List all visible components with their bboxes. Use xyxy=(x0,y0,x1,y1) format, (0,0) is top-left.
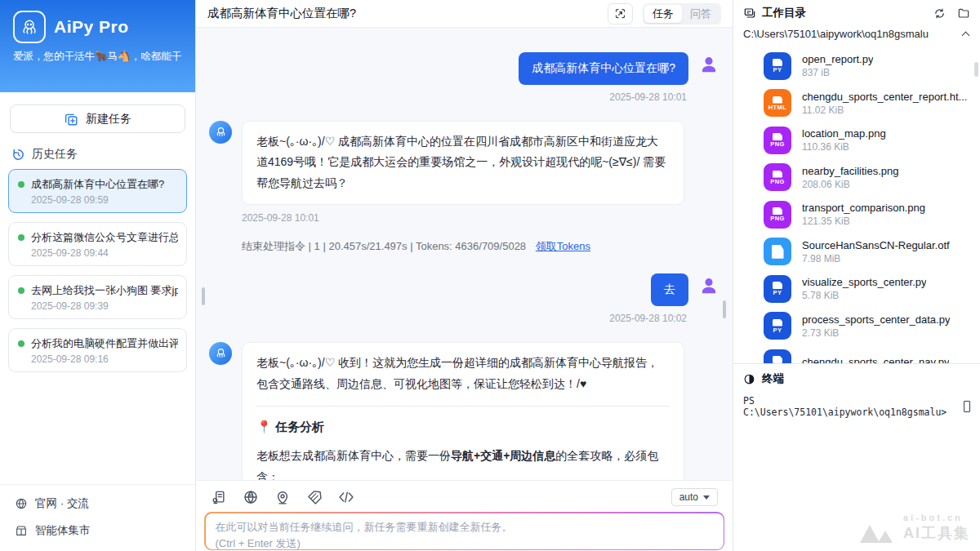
user-message-bubble: 去 xyxy=(651,273,688,306)
svg-text:ai: ai xyxy=(248,492,252,497)
file-row[interactable]: PY chengdu_sports_center_nav.py xyxy=(764,344,972,363)
python-file-icon: PY xyxy=(764,52,791,80)
workdir-path: C:\Users\75101\aipywork\oq1n8gsmalu xyxy=(743,28,963,40)
bot-avatar-octopus-icon xyxy=(209,121,232,144)
file-name: chengdu_sports_center_report.ht... xyxy=(802,91,967,103)
globe-icon xyxy=(15,497,28,510)
file-row[interactable]: SourceHanSansCN-Regular.otf7.98 MiB xyxy=(764,233,972,271)
right-resize-handle[interactable] xyxy=(723,300,726,318)
chevron-up-icon xyxy=(962,31,970,39)
code-icon[interactable] xyxy=(338,489,354,505)
agent-market-link[interactable]: 智能体集市 xyxy=(15,523,180,538)
file-row[interactable]: PNG nearby_facilities.png208.06 KiB xyxy=(764,159,972,197)
history-item[interactable]: 去网上给我找一张小狗图 要求jp... 2025-09-28 09:39 xyxy=(8,275,187,319)
history-clock-icon xyxy=(11,148,25,162)
file-name: open_report.py xyxy=(802,53,873,65)
location-pin-icon[interactable] xyxy=(274,489,291,505)
file-row[interactable]: PNG location_map.png110.36 KiB xyxy=(764,122,972,159)
user-message-bubble: 成都高新体育中心位置在哪? xyxy=(519,52,688,85)
history-item[interactable]: 成都高新体育中心位置在哪? 2025-09-28 09:59 xyxy=(8,169,187,213)
bot-message-card: 老板~(｡·ω·｡)/♡ 成都高新体育中心的位置在四川省成都市高新区中和街道应龙… xyxy=(242,121,684,206)
file-row[interactable]: PY open_report.py837 iB xyxy=(764,47,972,85)
workdir-path-dropdown[interactable]: C:\Users\75101\aipywork\oq1n8gsmalu xyxy=(733,24,980,46)
font-file-icon xyxy=(764,238,791,265)
workdir-icon xyxy=(743,7,756,20)
history-item-title: 去网上给我找一张小狗图 要求jp... xyxy=(31,283,178,298)
file-size: 208.06 KiB xyxy=(802,179,899,190)
terminal-output[interactable]: PS C:\Users\75101\aipywork\oq1n8gsmalu> xyxy=(743,395,970,418)
analysis-bold: 导航+交通+周边信息 xyxy=(451,449,555,462)
share-screen-button[interactable] xyxy=(608,3,633,24)
watermark: ai-bot.cn AI工具集 xyxy=(860,513,970,543)
file-name: SourceHanSansCN-Regular.otf xyxy=(802,239,950,251)
refresh-icon[interactable] xyxy=(933,7,946,20)
bot-intro-text: 老板~(｡·ω·｡)/♡ 收到！这就为您生成一份超详细的成都高新体育中心导航报告… xyxy=(256,353,670,395)
status-dot xyxy=(18,234,24,241)
new-task-label: 新建任务 xyxy=(86,112,131,127)
user-message-row: 去 xyxy=(209,273,719,306)
file-name: process_sports_center_data.py xyxy=(802,313,950,326)
file-size: 121.35 KiB xyxy=(802,216,925,227)
file-list: PY open_report.py837 iB HTML chengdu_spo… xyxy=(733,46,980,363)
bot-avatar-octopus-icon xyxy=(209,342,232,365)
mode-value: auto xyxy=(679,491,698,503)
chat-panel: 成都高新体育中心位置在哪? 任务 问答 成都高新体育中心位置在哪? 2025-0… xyxy=(196,0,733,551)
workspace-panel: 工作目录 C:\Users\75101\aipywork\oq1n8gsmalu xyxy=(733,0,980,551)
model-mode-dropdown[interactable]: auto xyxy=(671,488,718,506)
history-list: 成都高新体育中心位置在哪? 2025-09-28 09:59 分析这篇微信公众号… xyxy=(0,169,195,484)
chat-title: 成都高新体育中心位置在哪? xyxy=(207,6,608,21)
history-item-title: 成都高新体育中心位置在哪? xyxy=(31,177,178,192)
user-avatar xyxy=(698,54,719,75)
history-item-title: 分析我的电脑硬件配置并做出评... xyxy=(31,336,178,351)
claim-tokens-link[interactable]: 领取Tokens xyxy=(536,240,590,252)
message-input-border xyxy=(204,512,724,550)
chat-message-area[interactable]: 成都高新体育中心位置在哪? 2025-09-28 10:01 老板~(｡·ω·｡… xyxy=(196,28,733,480)
history-item-time: 2025-09-28 09:59 xyxy=(31,194,178,206)
official-site-label: 官网 · 交流 xyxy=(35,496,89,511)
html-file-icon: HTML xyxy=(764,89,791,117)
png-file-icon: PNG xyxy=(764,127,791,154)
ai-bot-logo xyxy=(860,518,896,543)
python-file-icon: PY xyxy=(764,349,791,363)
official-site-link[interactable]: 官网 · 交流 xyxy=(15,496,180,511)
analysis-prefix: 老板想去成都高新体育中心，需要一份 xyxy=(256,449,451,462)
message-input[interactable] xyxy=(216,519,714,550)
task-analysis-paragraph: 老板想去成都高新体育中心，需要一份导航+交通+周边信息的全套攻略，必须包含： xyxy=(256,446,670,480)
file-name: location_map.png xyxy=(802,127,886,140)
history-item[interactable]: 分析我的电脑硬件配置并做出评... 2025-09-28 09:16 xyxy=(8,328,187,372)
file-row[interactable]: PNG transport_comparison.png121.35 KiB xyxy=(764,196,972,233)
translate-globe-icon[interactable]: ai xyxy=(243,489,259,505)
tab-qa[interactable]: 问答 xyxy=(682,5,719,23)
message-timestamp: 2025-09-28 10:01 xyxy=(242,212,719,224)
report-robot-icon[interactable] xyxy=(211,489,227,505)
agent-market-label: 智能体集市 xyxy=(35,523,91,538)
app-tagline: 爱派，您的干活牛🐂马🐴，啥都能干 xyxy=(13,49,182,64)
sidebar-header: AiPy Pro 爱派，您的干活牛🐂马🐴，啥都能干 xyxy=(0,0,195,92)
tags-icon[interactable] xyxy=(306,489,323,505)
file-row[interactable]: PY visualize_sports_center.py5.78 KiB xyxy=(764,270,972,308)
open-folder-icon[interactable] xyxy=(957,7,970,20)
file-name: transport_comparison.png xyxy=(802,202,925,214)
scrollbar-thumb[interactable] xyxy=(974,62,978,77)
status-text: 结束处理指令 | 1 | 20.457s/21.497s | Tokens: 4… xyxy=(242,240,526,252)
png-file-icon: PNG xyxy=(764,163,791,191)
terminal-prompt: PS C:\Users\75101\aipywork\oq1n8gsmalu> xyxy=(743,395,960,418)
file-row[interactable]: HTML chengdu_sports_center_report.ht...1… xyxy=(764,85,972,122)
input-toolbar: ai xyxy=(204,486,724,512)
file-size: 2.73 KiB xyxy=(802,327,950,339)
file-size: 11.02 KiB xyxy=(802,104,967,116)
history-item-title: 分析这篇微信公众号文章进行总... xyxy=(31,230,178,245)
chevron-down-icon xyxy=(703,495,710,500)
history-item[interactable]: 分析这篇微信公众号文章进行总... 2025-09-28 09:44 xyxy=(8,222,187,266)
market-icon xyxy=(15,524,28,537)
divider xyxy=(256,406,670,407)
message-timestamp: 2025-09-28 10:01 xyxy=(209,91,687,103)
bot-message-row: 老板~(｡·ω·｡)/♡ 收到！这就为您生成一份超详细的成都高新体育中心导航报告… xyxy=(209,342,719,480)
new-task-icon xyxy=(64,112,78,127)
tab-task[interactable]: 任务 xyxy=(644,5,682,23)
new-task-button[interactable]: 新建任务 xyxy=(10,104,185,133)
terminal-header: 终端 xyxy=(743,371,970,386)
status-dot xyxy=(18,181,24,188)
left-resize-handle[interactable] xyxy=(202,287,205,305)
file-row[interactable]: PY process_sports_center_data.py2.73 KiB xyxy=(764,308,972,345)
